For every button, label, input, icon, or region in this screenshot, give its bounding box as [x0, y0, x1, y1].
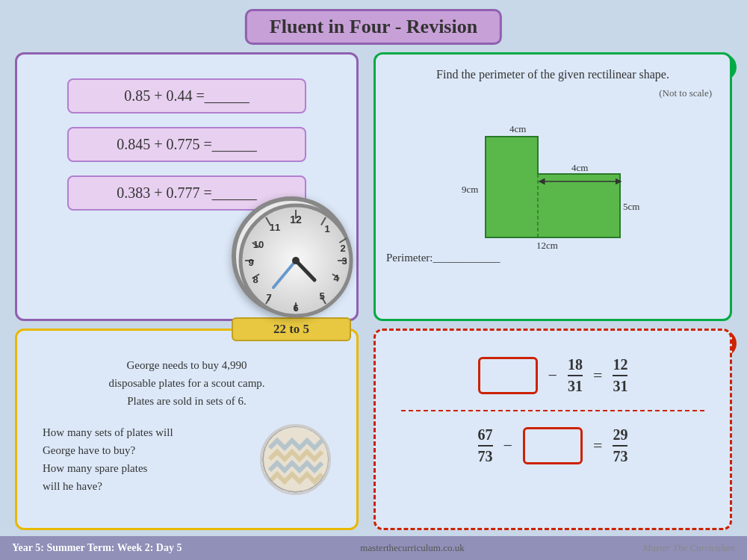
plate-image	[260, 424, 331, 495]
footer: Year 5: Summer Term: Week 2: Day 5 maste…	[0, 536, 747, 560]
equation-1[interactable]: 0.85 + 0.44 =______	[67, 78, 306, 113]
quadrant-4: − 18 31 = 12 31 67 73 − = 29 73	[374, 329, 732, 530]
svg-text:6: 6	[293, 302, 298, 314]
equation-2[interactable]: 0.845 + 0.775 =______	[67, 127, 306, 162]
svg-text:8: 8	[252, 274, 258, 285]
svg-text:12: 12	[290, 214, 302, 225]
svg-text:4cm: 4cm	[571, 162, 588, 173]
minus-sign-1: −	[548, 366, 557, 385]
answer-box-1[interactable]	[478, 357, 538, 394]
quadrant-2: Find the perimeter of the given rectilin…	[374, 52, 732, 321]
fraction-2: 67 73	[478, 426, 493, 465]
quadrant-3: George needs to buy 4,990 disposable pla…	[15, 329, 359, 530]
clock-label: 22 to 5	[232, 317, 351, 341]
equals-sign-2: =	[593, 436, 602, 455]
svg-text:9: 9	[248, 257, 253, 268]
fraction-equation-1: − 18 31 = 12 31	[386, 356, 719, 395]
q3-problem-text: George needs to buy 4,990 disposable pla…	[28, 356, 346, 410]
clock-container: 12 1 2 3 4 5 6 7 8 9 10 11 22 to 5	[232, 196, 351, 341]
svg-point-38	[292, 257, 300, 264]
minus-sign-2: −	[503, 436, 512, 455]
svg-text:2: 2	[340, 243, 345, 254]
clock-face: 12 1 2 3 4 5 6 7 8 9 10 11	[232, 196, 351, 316]
footer-year-label: Year 5: Summer Term: Week 2: Day 5	[12, 542, 182, 554]
svg-text:7: 7	[266, 292, 271, 303]
fraction-1: 18 31	[568, 356, 583, 395]
svg-text:1: 1	[324, 223, 329, 234]
rectilinear-shape: 4cm 4cm 9cm 5cm 12cm	[441, 99, 665, 249]
svg-text:5: 5	[319, 290, 324, 302]
footer-brand: Master The Curriculum	[643, 542, 736, 554]
plate-svg	[262, 426, 329, 493]
svg-text:9cm: 9cm	[462, 184, 478, 195]
equals-sign-1: =	[593, 366, 602, 385]
svg-text:12cm: 12cm	[536, 240, 558, 249]
fraction-answer-2: 29 73	[613, 426, 627, 465]
svg-text:4: 4	[333, 273, 339, 284]
svg-text:5cm: 5cm	[623, 201, 639, 212]
svg-text:11: 11	[270, 222, 280, 233]
page-title: Fluent in Four - Revision	[245, 9, 502, 45]
q2-title: Find the perimeter of the given rectilin…	[386, 68, 719, 81]
footer-website: masterthecurriculum.co.uk	[182, 542, 642, 554]
q3-question-text: How many sets of plates will George have…	[43, 423, 173, 495]
svg-text:10: 10	[253, 239, 264, 250]
q2-note: (Not to scale)	[386, 87, 712, 99]
fraction-answer-1: 12 31	[613, 356, 627, 395]
clock-svg: 12 1 2 3 4 5 6 7 8 9 10 11	[236, 201, 356, 320]
svg-text:4cm: 4cm	[509, 123, 526, 134]
svg-marker-0	[486, 137, 620, 237]
svg-text:3: 3	[341, 255, 347, 267]
perimeter-label[interactable]: Perimeter:____________	[386, 252, 719, 264]
fraction-equation-2: 67 73 − = 29 73	[386, 426, 719, 465]
answer-box-2[interactable]	[523, 427, 583, 464]
divider	[401, 410, 704, 411]
